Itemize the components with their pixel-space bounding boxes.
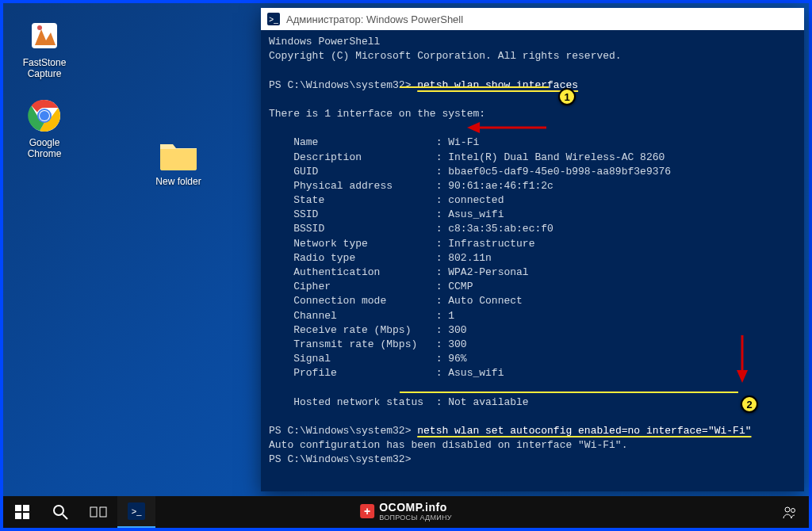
watermark: + OCOMP.info ВОПРОСЫ АДМИНУ xyxy=(360,501,452,521)
arrow-icon xyxy=(733,335,751,383)
highlight-line xyxy=(400,392,738,393)
terminal-output[interactable]: Windows PowerShell Copyright (C) Microso… xyxy=(261,30,804,491)
start-button[interactable] xyxy=(3,496,41,528)
desktop-icon-newfolder[interactable]: New folder xyxy=(143,138,214,187)
highlight-line xyxy=(400,86,549,88)
faststone-icon xyxy=(26,17,63,54)
callout-badge-1: 1 xyxy=(558,88,576,105)
svg-point-19 xyxy=(791,509,795,513)
svg-rect-10 xyxy=(15,505,21,511)
svg-rect-12 xyxy=(15,513,21,519)
folder-icon xyxy=(159,138,198,171)
people-button[interactable] xyxy=(771,496,809,528)
svg-rect-13 xyxy=(23,513,29,519)
windows-icon xyxy=(15,505,29,519)
powershell-icon: >_ xyxy=(128,502,145,520)
desktop-icon-chrome[interactable]: Google Chrome xyxy=(14,97,75,160)
powershell-window: >_ Администратор: Windows PowerShell Win… xyxy=(261,8,804,491)
search-icon xyxy=(52,504,68,520)
window-title: Администратор: Windows PowerShell xyxy=(286,13,463,25)
svg-marker-9 xyxy=(737,370,748,383)
desktop-icon-label: Google Chrome xyxy=(14,137,75,160)
watermark-sub: ВОПРОСЫ АДМИНУ xyxy=(379,514,452,521)
desktop-icon-faststone[interactable]: FastStone Capture xyxy=(14,17,75,80)
svg-rect-17 xyxy=(100,507,106,517)
taskview-button[interactable] xyxy=(79,496,117,528)
svg-marker-7 xyxy=(467,122,480,133)
desktop-icon-label: New folder xyxy=(143,176,214,187)
svg-point-5 xyxy=(40,111,49,120)
svg-point-1 xyxy=(37,25,42,30)
svg-point-14 xyxy=(54,506,63,515)
taskbar-app-powershell[interactable]: >_ xyxy=(117,496,155,528)
watermark-brand: OCOMP.info xyxy=(379,501,452,514)
people-icon xyxy=(782,504,798,520)
desktop-icon-label: FastStone Capture xyxy=(14,57,75,80)
svg-line-15 xyxy=(63,514,67,519)
desktop-background: FastStone Capture Google Chrome New fold… xyxy=(3,3,809,528)
svg-point-18 xyxy=(785,507,790,512)
chrome-icon xyxy=(26,97,63,134)
taskview-icon xyxy=(90,505,107,519)
search-button[interactable] xyxy=(41,496,79,528)
window-titlebar[interactable]: >_ Администратор: Windows PowerShell xyxy=(261,8,804,30)
svg-rect-16 xyxy=(90,507,97,517)
svg-rect-11 xyxy=(23,505,29,511)
arrow-icon xyxy=(467,119,546,136)
watermark-icon: + xyxy=(360,504,374,518)
callout-badge-2: 2 xyxy=(741,395,758,413)
powershell-icon: >_ xyxy=(267,13,280,25)
